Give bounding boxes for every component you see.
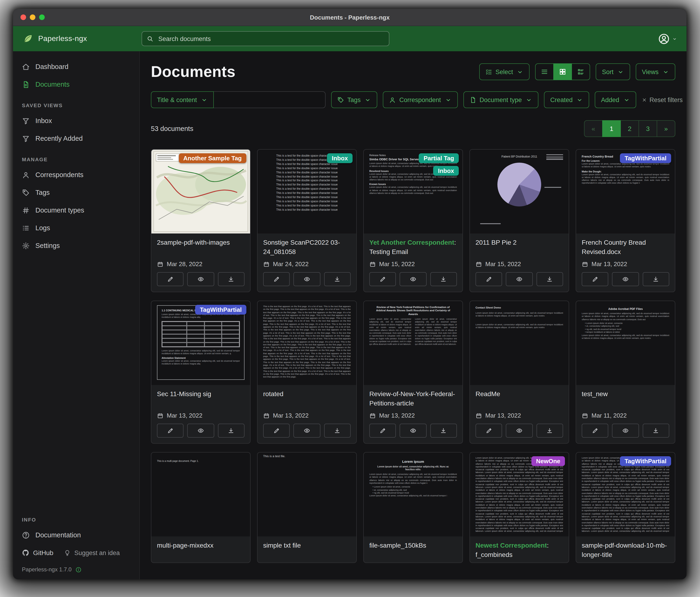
view-document-button[interactable] bbox=[400, 272, 427, 286]
document-title[interactable]: simple txt file bbox=[263, 542, 301, 549]
document-type-filter-button[interactable]: Document type bbox=[463, 91, 539, 108]
sidebar-item-suggest-an-idea[interactable]: Suggest an idea bbox=[64, 549, 120, 556]
download-document-button[interactable] bbox=[536, 272, 563, 286]
title-content-dropdown[interactable]: Title & content bbox=[151, 91, 214, 108]
edit-document-button[interactable] bbox=[263, 272, 290, 286]
view-grid-button[interactable] bbox=[553, 63, 572, 80]
tag-newone[interactable]: NewOne bbox=[531, 456, 565, 466]
download-document-button[interactable] bbox=[430, 272, 457, 286]
tag-partial-tag[interactable]: Partial Tag bbox=[419, 153, 459, 163]
tag-tagwithpartial[interactable]: TagWithPartial bbox=[620, 456, 671, 466]
document-thumbnail-link[interactable]: TagWithPartialFrench Country BreadFor th… bbox=[576, 150, 675, 234]
added-filter-button[interactable]: Added bbox=[595, 91, 636, 108]
correspondent-link[interactable]: Newest Correspondent bbox=[476, 542, 547, 549]
tag-tagwithpartial[interactable]: TagWithPartial bbox=[620, 153, 671, 163]
document-title[interactable]: f_combineds bbox=[476, 551, 512, 558]
document-thumbnail-link[interactable]: Review of New York Federal Petitions for… bbox=[364, 301, 462, 385]
document-thumbnail-link[interactable]: Adobe Acrobat PDF FilesLorem ipsum dolor… bbox=[576, 301, 675, 385]
download-document-button[interactable] bbox=[643, 424, 669, 438]
document-title[interactable]: rotated bbox=[263, 390, 283, 398]
edit-document-button[interactable] bbox=[369, 272, 396, 286]
document-thumbnail-link[interactable]: InboxThis is a test for the double space… bbox=[257, 150, 356, 234]
edit-document-button[interactable] bbox=[263, 424, 290, 438]
sidebar-item-logs[interactable]: Logs bbox=[13, 219, 139, 237]
app-brand[interactable]: Paperless-ngx bbox=[22, 33, 142, 44]
zoom-window-button[interactable] bbox=[39, 15, 45, 20]
view-document-button[interactable] bbox=[612, 424, 639, 438]
download-document-button[interactable] bbox=[643, 272, 669, 286]
edit-document-button[interactable] bbox=[582, 424, 608, 438]
view-list-button[interactable] bbox=[535, 63, 554, 80]
sidebar-item-document-types[interactable]: Document types bbox=[13, 201, 139, 219]
views-button[interactable]: Views bbox=[636, 63, 675, 80]
download-document-button[interactable] bbox=[218, 424, 245, 438]
document-title[interactable]: ReadMe bbox=[476, 390, 500, 398]
close-window-button[interactable] bbox=[21, 15, 26, 20]
sidebar-item-dashboard[interactable]: Dashboard bbox=[13, 58, 139, 75]
document-title[interactable]: 2sample-pdf-with-images bbox=[157, 239, 230, 246]
sidebar-item-documents[interactable]: Documents bbox=[13, 75, 139, 93]
document-thumbnail-link[interactable]: Patient BP Distribution 2011 bbox=[470, 150, 569, 234]
search-input[interactable] bbox=[157, 35, 384, 43]
title-content-input[interactable] bbox=[214, 91, 326, 108]
tags-filter-button[interactable]: Tags bbox=[331, 91, 377, 108]
document-thumbnail-link[interactable]: This is a test file. bbox=[257, 453, 356, 536]
document-thumbnail-link[interactable]: This is a multi page document. Page 1. bbox=[151, 453, 250, 536]
edit-document-button[interactable] bbox=[582, 272, 608, 286]
pagination-next[interactable]: » bbox=[657, 120, 675, 137]
edit-document-button[interactable] bbox=[157, 272, 184, 286]
sidebar-item-github[interactable]: GitHub bbox=[22, 549, 53, 556]
document-title[interactable]: Testing Email bbox=[369, 248, 408, 255]
view-document-button[interactable] bbox=[188, 272, 214, 286]
download-document-button[interactable] bbox=[324, 424, 351, 438]
tag-another-sample-tag[interactable]: Another Sample Tag bbox=[179, 153, 246, 163]
document-thumbnail-link[interactable]: Contact Sheet DemoLorem ipsum dolor sit … bbox=[470, 301, 569, 385]
document-title[interactable]: 2011 BP Pie 2 bbox=[476, 239, 517, 246]
pagination-page-3[interactable]: 3 bbox=[639, 120, 657, 137]
minimize-window-button[interactable] bbox=[30, 15, 35, 20]
tag-inbox[interactable]: Inbox bbox=[327, 153, 353, 163]
document-title[interactable]: sample-pdf-download-10-mb-longer-title bbox=[582, 542, 667, 558]
pagination-page-2[interactable]: 2 bbox=[620, 120, 639, 137]
document-thumbnail-link[interactable]: This is the text that appears on the fir… bbox=[257, 301, 356, 385]
sort-button[interactable]: Sort bbox=[596, 63, 630, 80]
select-button[interactable]: Select bbox=[479, 63, 530, 80]
view-document-button[interactable] bbox=[294, 272, 320, 286]
document-thumbnail-link[interactable]: Lorem ipsumLorem ipsum dolor sit amet, c… bbox=[364, 453, 462, 536]
sidebar-item-correspondents[interactable]: Correspondents bbox=[13, 166, 139, 184]
sidebar-item-documentation[interactable]: Documentation bbox=[13, 526, 139, 544]
document-title[interactable]: test_new bbox=[582, 390, 608, 398]
pagination-page-1[interactable]: 1 bbox=[602, 120, 621, 137]
edit-document-button[interactable] bbox=[476, 272, 502, 286]
pagination-prev[interactable]: « bbox=[584, 120, 603, 137]
view-document-button[interactable] bbox=[294, 424, 320, 438]
view-document-button[interactable] bbox=[506, 424, 533, 438]
document-thumbnail-link[interactable]: TagWithPartialLorem ipsum dolor sit amet… bbox=[576, 453, 675, 536]
document-thumbnail-link[interactable]: TagWithPartial1.1 CONTINUING MEDICAL EDU… bbox=[151, 301, 250, 385]
view-document-button[interactable] bbox=[400, 424, 427, 438]
view-detail-button[interactable] bbox=[572, 63, 590, 80]
sidebar-item-tags[interactable]: Tags bbox=[13, 184, 139, 201]
download-document-button[interactable] bbox=[536, 424, 563, 438]
document-title[interactable]: file-sample_150kBs bbox=[369, 542, 426, 549]
view-document-button[interactable] bbox=[188, 424, 214, 438]
document-thumbnail-link[interactable]: Partial TagInboxRelease NotesSimba ODBC … bbox=[364, 150, 462, 234]
sidebar-item-inbox[interactable]: Inbox bbox=[13, 112, 139, 129]
document-title[interactable]: multi-page-mixedxx bbox=[157, 542, 214, 549]
tag-tagwithpartial[interactable]: TagWithPartial bbox=[195, 305, 246, 315]
document-title[interactable]: Sec 11-Missing sig bbox=[157, 390, 211, 398]
edit-document-button[interactable] bbox=[157, 424, 184, 438]
user-menu[interactable] bbox=[658, 33, 677, 45]
correspondent-filter-button[interactable]: Correspondent bbox=[383, 91, 458, 108]
correspondent-link[interactable]: Yet Another Correspondent bbox=[369, 239, 454, 246]
created-filter-button[interactable]: Created bbox=[544, 91, 590, 108]
document-title[interactable]: French Country Bread Revised.docx bbox=[582, 239, 646, 255]
sidebar-item-recently-added[interactable]: Recently Added bbox=[13, 129, 139, 147]
tag-inbox[interactable]: Inbox bbox=[433, 166, 459, 176]
document-thumbnail-link[interactable]: NewOneLorem ipsum dolor sit amet, consec… bbox=[470, 453, 569, 536]
edit-document-button[interactable] bbox=[476, 424, 502, 438]
view-document-button[interactable] bbox=[612, 272, 639, 286]
download-document-button[interactable] bbox=[324, 272, 351, 286]
edit-document-button[interactable] bbox=[369, 424, 396, 438]
document-thumbnail-link[interactable]: Another Sample Tag bbox=[151, 150, 250, 234]
